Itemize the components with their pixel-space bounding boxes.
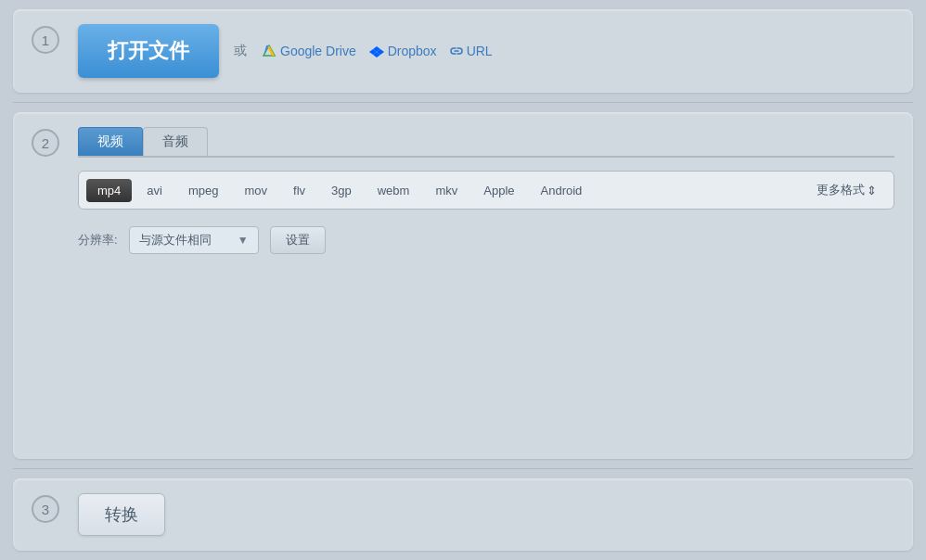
step3-panel: 3 转换: [13, 478, 913, 551]
settings-button[interactable]: 设置: [270, 226, 326, 254]
format-mp4[interactable]: mp4: [86, 179, 132, 202]
main-container: 1 打开文件 或 Google Drive: [0, 0, 926, 560]
format-webm[interactable]: webm: [367, 179, 421, 202]
format-more-button[interactable]: 更多格式 ⇕: [807, 177, 886, 203]
resolution-value: 与源文件相同: [139, 232, 232, 248]
step3-content: 转换: [78, 493, 894, 536]
step1-number: 1: [32, 26, 59, 54]
format-android[interactable]: Android: [530, 179, 594, 202]
format-more-arrow-icon: ⇕: [867, 184, 877, 197]
dropdown-arrow-icon: ▼: [238, 234, 249, 247]
divider-1: [13, 102, 913, 103]
format-apple[interactable]: Apple: [472, 179, 525, 202]
step2-content: 视频 音频 mp4 avi mpeg mov flv 3gp webm mkv …: [78, 127, 894, 254]
tab-video[interactable]: 视频: [78, 127, 143, 156]
format-selector: mp4 avi mpeg mov flv 3gp webm mkv Apple …: [78, 171, 894, 210]
step1-content: 打开文件 或 Google Drive: [78, 24, 894, 78]
format-mov[interactable]: mov: [233, 179, 278, 202]
or-text: 或: [234, 43, 247, 59]
open-file-button[interactable]: 打开文件: [78, 24, 219, 78]
step3-number: 3: [32, 495, 59, 523]
cloud-links: Google Drive Dropbox: [262, 44, 493, 58]
url-label: URL: [467, 44, 493, 58]
resolution-label: 分辨率:: [78, 232, 118, 248]
format-tabs: 视频 音频: [78, 127, 894, 158]
step2-panel: 2 视频 音频 mp4 avi mpeg mov flv 3gp webm mk…: [13, 112, 913, 459]
dropbox-icon: [369, 44, 384, 58]
format-flv[interactable]: flv: [282, 179, 316, 202]
divider-2: [13, 468, 913, 469]
format-more-label: 更多格式: [817, 182, 865, 198]
google-drive-label: Google Drive: [280, 44, 356, 58]
google-drive-link[interactable]: Google Drive: [262, 44, 356, 58]
resolution-select[interactable]: 与源文件相同 ▼: [129, 226, 259, 254]
dropbox-label: Dropbox: [388, 44, 437, 58]
convert-button[interactable]: 转换: [78, 493, 165, 536]
url-icon: [450, 45, 463, 57]
tab-audio[interactable]: 音频: [143, 127, 208, 156]
format-mkv[interactable]: mkv: [424, 179, 469, 202]
google-drive-icon: [262, 44, 277, 58]
step1-panel: 1 打开文件 或 Google Drive: [13, 9, 913, 93]
dropbox-link[interactable]: Dropbox: [369, 44, 437, 58]
step2-number: 2: [32, 129, 59, 157]
format-3gp[interactable]: 3gp: [320, 179, 363, 202]
settings-row: 分辨率: 与源文件相同 ▼ 设置: [78, 226, 894, 254]
format-mpeg[interactable]: mpeg: [177, 179, 230, 202]
url-link[interactable]: URL: [450, 44, 493, 58]
format-avi[interactable]: avi: [135, 179, 174, 202]
